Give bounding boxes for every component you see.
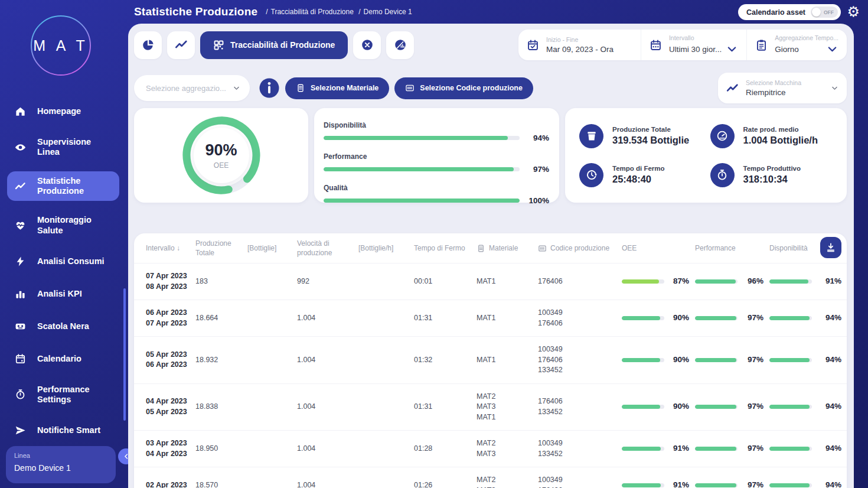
column-header-label: Velocità di produzione bbox=[297, 239, 353, 258]
kpi-bar-label: Performance bbox=[324, 152, 549, 161]
kpi-bar-performance: Performance97% bbox=[324, 152, 549, 174]
sidebar-item-calendario[interactable]: Calendario bbox=[7, 347, 119, 370]
interval-label: Intervallo bbox=[669, 34, 738, 41]
select-material-button[interactable]: Selezione Materiale bbox=[285, 77, 389, 99]
stat-label: Rate prod. medio bbox=[743, 126, 818, 133]
trend-icon bbox=[175, 38, 188, 51]
sidebar-item-homepage[interactable]: Homepage bbox=[7, 100, 119, 123]
stat-icon-badge bbox=[710, 124, 735, 148]
sidebar-item-analisi-kpi[interactable]: Analisi KPI bbox=[7, 282, 119, 305]
gauge-chart-icon bbox=[394, 38, 407, 51]
calendar-asset-toggle[interactable]: Calendario asset OFF bbox=[738, 4, 841, 20]
trend-view-button[interactable] bbox=[167, 31, 195, 59]
kpi-bar-value: 100% bbox=[524, 196, 549, 205]
machine-select[interactable]: Selezione Macchina Riempitrice bbox=[718, 73, 847, 103]
sidebar-scrollbar[interactable] bbox=[123, 288, 126, 421]
column-header-label: Codice produzione bbox=[550, 243, 609, 253]
container-icon bbox=[586, 130, 598, 142]
sidebar-item-statistiche-produzione[interactable]: Statistiche Produzione bbox=[7, 171, 119, 201]
interval-field[interactable]: Intervallo Ultimi 30 gior... bbox=[641, 30, 746, 60]
progress-track bbox=[324, 167, 520, 171]
sidebar-item-label: Supervisione Linea bbox=[37, 137, 109, 157]
sidebar-item-notifiche-smart[interactable]: Notifiche Smart bbox=[7, 419, 119, 442]
gauge-view-button[interactable] bbox=[386, 31, 414, 59]
sidebar-item-label: Analisi KPI bbox=[37, 289, 82, 299]
aggregation-select[interactable]: Selezione aggregazio... bbox=[134, 75, 250, 101]
table-bar-cell: 97% bbox=[695, 401, 769, 412]
column-header-label: Disponibilità bbox=[769, 243, 808, 253]
stat-icon-badge bbox=[579, 124, 603, 148]
sidebar-item-label: Statistiche Produzione bbox=[37, 176, 109, 196]
kpi-bars-card: Disponibilità94%Performance97%Qualità100… bbox=[314, 108, 559, 203]
sidebar-item-analisi-consumi[interactable]: Analisi Consumi bbox=[7, 250, 119, 273]
sidebar-item-scatola-nera[interactable]: Scatola Nera bbox=[7, 315, 119, 338]
column-header[interactable]: Intervallo ↓ bbox=[146, 243, 195, 253]
filter-row: Selezione aggregazio... Selezione Materi… bbox=[134, 73, 847, 103]
info-button[interactable] bbox=[259, 77, 280, 99]
page-title: Statistiche Produzione bbox=[134, 5, 257, 18]
stopwatch-icon bbox=[15, 389, 26, 400]
bar-chart-icon bbox=[15, 288, 26, 300]
sidebar-item-supervisione-linea[interactable]: Supervisione Linea bbox=[7, 132, 119, 162]
sidebar: M A T HomepageSupervisione LineaStatisti… bbox=[0, 0, 128, 488]
machine-select-label: Selezione Macchina bbox=[746, 79, 824, 86]
clear-button[interactable] bbox=[353, 31, 381, 59]
material-icon bbox=[296, 83, 305, 93]
clipboard-icon bbox=[755, 39, 768, 51]
download-button[interactable] bbox=[820, 237, 841, 258]
breadcrumb-separator: / bbox=[358, 8, 360, 16]
table-body: 07 Apr 202308 Apr 202318399200:01MAT1176… bbox=[134, 263, 847, 488]
tracciabilita-button[interactable]: Tracciabilità di Produzione bbox=[200, 31, 348, 59]
table-bar-cell: 97% bbox=[695, 480, 769, 488]
aggregation-time-field[interactable]: Aggregazione Tempo... Giorno bbox=[746, 30, 847, 60]
toggle-switch[interactable]: OFF bbox=[811, 6, 838, 18]
table-bar-cell: 96% bbox=[695, 276, 769, 287]
select-production-code-button[interactable]: Selezione Codice produzione bbox=[394, 77, 533, 99]
table-row[interactable]: 03 Apr 202304 Apr 202318.9501.00401:28MA… bbox=[134, 431, 847, 467]
tab-label: Tracciabilità di Produzione bbox=[230, 40, 335, 50]
column-header: Performance bbox=[695, 243, 769, 253]
settings-gear-icon[interactable]: ⚙ bbox=[847, 2, 860, 21]
table-row[interactable]: 02 Apr 202318.5701.00401:26MAT2MAT310034… bbox=[134, 467, 847, 488]
table-row[interactable]: 07 Apr 202308 Apr 202318399200:01MAT1176… bbox=[134, 263, 847, 300]
stat-speedometer: Rate prod. medio1.004 Bottiglie/h bbox=[710, 116, 841, 155]
sidebar-item-label: Monitoraggio Salute bbox=[37, 215, 109, 235]
brand-logo: M A T bbox=[30, 15, 92, 76]
chevron-down-icon bbox=[831, 84, 838, 92]
kpi-bar-label: Qualità bbox=[324, 184, 549, 192]
stat-label: Tempo di Fermo bbox=[612, 165, 665, 172]
table-row[interactable]: 06 Apr 202307 Apr 202318.6641.00401:31MA… bbox=[134, 300, 847, 337]
table-bar-cell: 97% bbox=[695, 443, 769, 454]
device-name: Demo Device 1 bbox=[14, 463, 107, 473]
table-row[interactable]: 04 Apr 202305 Apr 202318.8381.00401:31MA… bbox=[134, 384, 847, 431]
download-icon bbox=[825, 242, 836, 253]
pie-view-button[interactable] bbox=[134, 31, 162, 59]
table-bar-cell: 97% bbox=[695, 313, 769, 324]
speedometer-icon bbox=[716, 130, 728, 142]
table-cell: 01:28 bbox=[414, 444, 477, 454]
column-header: Velocità di produzione bbox=[297, 239, 358, 258]
date-filter-card: Inizio - Fine Mar 09, 2023 - Ora Interva… bbox=[518, 30, 847, 60]
column-header-label: Performance bbox=[695, 243, 736, 253]
sidebar-item-performance-settings[interactable]: Performance Settings bbox=[7, 380, 119, 409]
calendar-asset-label: Calendario asset bbox=[746, 8, 805, 17]
table-row[interactable]: 05 Apr 202306 Apr 202318.9321.00401:32MA… bbox=[134, 337, 847, 384]
stopwatch-icon bbox=[716, 169, 728, 181]
progress-track bbox=[324, 199, 520, 203]
breadcrumb-item[interactable]: Tracciabilità di Produzione bbox=[271, 8, 354, 16]
date-range-label: Inizio - Fine bbox=[546, 36, 614, 43]
table-cell: 18.932 bbox=[195, 355, 247, 366]
table-cell: 100349176406 bbox=[538, 475, 622, 488]
trend-icon bbox=[15, 181, 26, 192]
column-header: OEE bbox=[622, 243, 695, 253]
sidebar-item-monitoraggio-salute[interactable]: Monitoraggio Salute bbox=[7, 210, 119, 240]
breadcrumb-item[interactable]: Demo Device 1 bbox=[364, 8, 412, 16]
table-cell: 06 Apr 202307 Apr 2023 bbox=[146, 308, 195, 328]
table-bar-cell: 90% bbox=[622, 354, 695, 366]
trend-icon bbox=[726, 82, 739, 95]
date-range-field[interactable]: Inizio - Fine Mar 09, 2023 - Ora bbox=[518, 30, 641, 60]
table-bar-cell: 91% bbox=[622, 443, 695, 454]
oee-gauge-card: 90% OEE bbox=[134, 108, 308, 203]
kpi-row: 90% OEE Disponibilità94%Performance97%Qu… bbox=[134, 108, 847, 203]
table-cell: 176406 bbox=[538, 276, 622, 287]
